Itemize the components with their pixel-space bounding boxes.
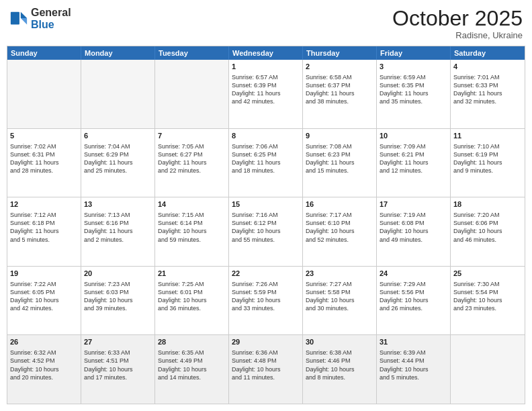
calendar-cell: 9Sunrise: 7:08 AM Sunset: 6:23 PM Daylig…: [303, 129, 377, 197]
calendar-cell: 7Sunrise: 7:05 AM Sunset: 6:27 PM Daylig…: [155, 129, 229, 197]
calendar: SundayMondayTuesdayWednesdayThursdayFrid…: [7, 46, 525, 404]
week-row-1: 1Sunrise: 6:57 AM Sunset: 6:39 PM Daylig…: [7, 60, 525, 129]
day-number: 16: [306, 199, 373, 210]
calendar-cell: 29Sunrise: 6:36 AM Sunset: 4:48 PM Dayli…: [229, 335, 303, 404]
day-number: 17: [380, 199, 447, 210]
logo-general-text: General: [31, 7, 71, 19]
calendar-cell: [7, 60, 81, 128]
calendar-cell: 22Sunrise: 7:26 AM Sunset: 5:59 PM Dayli…: [229, 267, 303, 335]
day-number: 26: [10, 337, 78, 347]
calendar-cell: 23Sunrise: 7:27 AM Sunset: 5:58 PM Dayli…: [303, 267, 377, 335]
location-subtitle: Radisne, Ukraine: [392, 30, 523, 40]
cell-info: Sunrise: 6:59 AM Sunset: 6:35 PM Dayligh…: [380, 73, 447, 106]
calendar-cell: 5Sunrise: 7:02 AM Sunset: 6:31 PM Daylig…: [7, 129, 81, 197]
day-number: 30: [306, 337, 373, 347]
day-number: 24: [380, 269, 447, 279]
cell-info: Sunrise: 7:27 AM Sunset: 5:58 PM Dayligh…: [306, 280, 373, 313]
calendar-cell: 20Sunrise: 7:23 AM Sunset: 6:03 PM Dayli…: [81, 267, 155, 335]
week-row-4: 19Sunrise: 7:22 AM Sunset: 6:05 PM Dayli…: [7, 267, 525, 336]
cell-info: Sunrise: 6:32 AM Sunset: 4:52 PM Dayligh…: [10, 349, 78, 381]
cell-info: Sunrise: 7:17 AM Sunset: 6:10 PM Dayligh…: [306, 211, 373, 244]
calendar-cell: 30Sunrise: 6:38 AM Sunset: 4:46 PM Dayli…: [303, 335, 377, 404]
calendar-cell: 2Sunrise: 6:58 AM Sunset: 6:37 PM Daylig…: [303, 60, 377, 128]
day-number: 31: [380, 337, 447, 347]
cell-info: Sunrise: 7:15 AM Sunset: 6:14 PM Dayligh…: [158, 211, 226, 244]
day-number: 23: [306, 269, 373, 279]
day-number: 8: [232, 131, 300, 141]
calendar-cell: 27Sunrise: 6:33 AM Sunset: 4:51 PM Dayli…: [81, 335, 155, 404]
calendar-cell: 8Sunrise: 7:06 AM Sunset: 6:25 PM Daylig…: [229, 129, 303, 197]
cell-info: Sunrise: 7:10 AM Sunset: 6:19 PM Dayligh…: [453, 142, 522, 175]
day-number: 4: [453, 62, 522, 72]
cell-info: Sunrise: 6:33 AM Sunset: 4:51 PM Dayligh…: [84, 349, 152, 381]
calendar-cell: 12Sunrise: 7:12 AM Sunset: 6:18 PM Dayli…: [7, 197, 81, 266]
day-header-tuesday: Tuesday: [155, 46, 229, 60]
calendar-cell: [81, 60, 155, 128]
calendar-cell: [155, 60, 229, 128]
day-header-sunday: Sunday: [7, 46, 81, 60]
day-number: 2: [306, 62, 373, 72]
day-number: 7: [158, 131, 226, 141]
cell-info: Sunrise: 7:23 AM Sunset: 6:03 PM Dayligh…: [84, 280, 152, 313]
calendar-cell: 15Sunrise: 7:16 AM Sunset: 6:12 PM Dayli…: [229, 197, 303, 266]
cell-info: Sunrise: 6:35 AM Sunset: 4:49 PM Dayligh…: [158, 349, 226, 381]
svg-rect-2: [11, 11, 19, 24]
day-number: 22: [232, 269, 300, 279]
cell-info: Sunrise: 7:04 AM Sunset: 6:29 PM Dayligh…: [84, 142, 152, 175]
day-header-saturday: Saturday: [451, 46, 525, 60]
svg-marker-1: [21, 18, 27, 24]
cell-info: Sunrise: 7:19 AM Sunset: 6:08 PM Dayligh…: [380, 211, 447, 244]
cell-info: Sunrise: 7:08 AM Sunset: 6:23 PM Dayligh…: [306, 142, 373, 175]
calendar-cell: [451, 335, 525, 404]
day-number: 9: [306, 131, 373, 141]
day-header-thursday: Thursday: [303, 46, 377, 60]
cell-info: Sunrise: 7:05 AM Sunset: 6:27 PM Dayligh…: [158, 142, 226, 175]
calendar-cell: 14Sunrise: 7:15 AM Sunset: 6:14 PM Dayli…: [155, 197, 229, 266]
cell-info: Sunrise: 7:16 AM Sunset: 6:12 PM Dayligh…: [232, 211, 300, 244]
logo-blue-text: Blue: [31, 19, 71, 31]
calendar-cell: 17Sunrise: 7:19 AM Sunset: 6:08 PM Dayli…: [377, 197, 451, 266]
day-header-wednesday: Wednesday: [229, 46, 303, 60]
cell-info: Sunrise: 7:25 AM Sunset: 6:01 PM Dayligh…: [158, 280, 226, 313]
week-row-3: 12Sunrise: 7:12 AM Sunset: 6:18 PM Dayli…: [7, 197, 525, 267]
header: General Blue October 2025 Radisne, Ukrai…: [7, 7, 525, 40]
cell-info: Sunrise: 7:29 AM Sunset: 5:56 PM Dayligh…: [380, 280, 447, 313]
day-number: 14: [158, 199, 226, 210]
calendar-cell: 19Sunrise: 7:22 AM Sunset: 6:05 PM Dayli…: [7, 267, 81, 335]
calendar-cell: 26Sunrise: 6:32 AM Sunset: 4:52 PM Dayli…: [7, 335, 81, 404]
day-number: 27: [84, 337, 152, 347]
cell-info: Sunrise: 7:02 AM Sunset: 6:31 PM Dayligh…: [10, 142, 78, 175]
page: General Blue October 2025 Radisne, Ukrai…: [0, 0, 532, 411]
cell-info: Sunrise: 6:58 AM Sunset: 6:37 PM Dayligh…: [306, 73, 373, 106]
cell-info: Sunrise: 7:09 AM Sunset: 6:21 PM Dayligh…: [380, 142, 447, 175]
week-row-2: 5Sunrise: 7:02 AM Sunset: 6:31 PM Daylig…: [7, 129, 525, 198]
calendar-cell: 6Sunrise: 7:04 AM Sunset: 6:29 PM Daylig…: [81, 129, 155, 197]
day-number: 10: [380, 131, 447, 141]
cell-info: Sunrise: 7:01 AM Sunset: 6:33 PM Dayligh…: [453, 73, 522, 106]
day-number: 12: [10, 199, 78, 210]
calendar-body: 1Sunrise: 6:57 AM Sunset: 6:39 PM Daylig…: [7, 60, 525, 404]
cell-info: Sunrise: 6:57 AM Sunset: 6:39 PM Dayligh…: [232, 73, 300, 106]
calendar-cell: 16Sunrise: 7:17 AM Sunset: 6:10 PM Dayli…: [303, 197, 377, 266]
day-number: 11: [453, 131, 522, 141]
calendar-cell: 18Sunrise: 7:20 AM Sunset: 6:06 PM Dayli…: [451, 197, 525, 266]
cell-info: Sunrise: 7:30 AM Sunset: 5:54 PM Dayligh…: [453, 280, 522, 313]
calendar-header: SundayMondayTuesdayWednesdayThursdayFrid…: [7, 46, 525, 60]
month-title: October 2025: [392, 7, 523, 30]
cell-info: Sunrise: 7:13 AM Sunset: 6:16 PM Dayligh…: [84, 211, 152, 244]
cell-info: Sunrise: 6:38 AM Sunset: 4:46 PM Dayligh…: [306, 349, 373, 381]
logo-text: General Blue: [31, 7, 71, 30]
title-block: October 2025 Radisne, Ukraine: [392, 7, 523, 40]
day-number: 6: [84, 131, 152, 141]
day-number: 5: [10, 131, 78, 141]
calendar-cell: 31Sunrise: 6:39 AM Sunset: 4:44 PM Dayli…: [377, 335, 451, 404]
calendar-cell: 10Sunrise: 7:09 AM Sunset: 6:21 PM Dayli…: [377, 129, 451, 197]
day-number: 19: [10, 269, 78, 279]
calendar-cell: 21Sunrise: 7:25 AM Sunset: 6:01 PM Dayli…: [155, 267, 229, 335]
calendar-cell: 13Sunrise: 7:13 AM Sunset: 6:16 PM Dayli…: [81, 197, 155, 266]
day-number: 13: [84, 199, 152, 210]
day-number: 15: [232, 199, 300, 210]
calendar-cell: 25Sunrise: 7:30 AM Sunset: 5:54 PM Dayli…: [451, 267, 525, 335]
day-number: 25: [453, 269, 522, 279]
svg-marker-0: [21, 11, 27, 17]
